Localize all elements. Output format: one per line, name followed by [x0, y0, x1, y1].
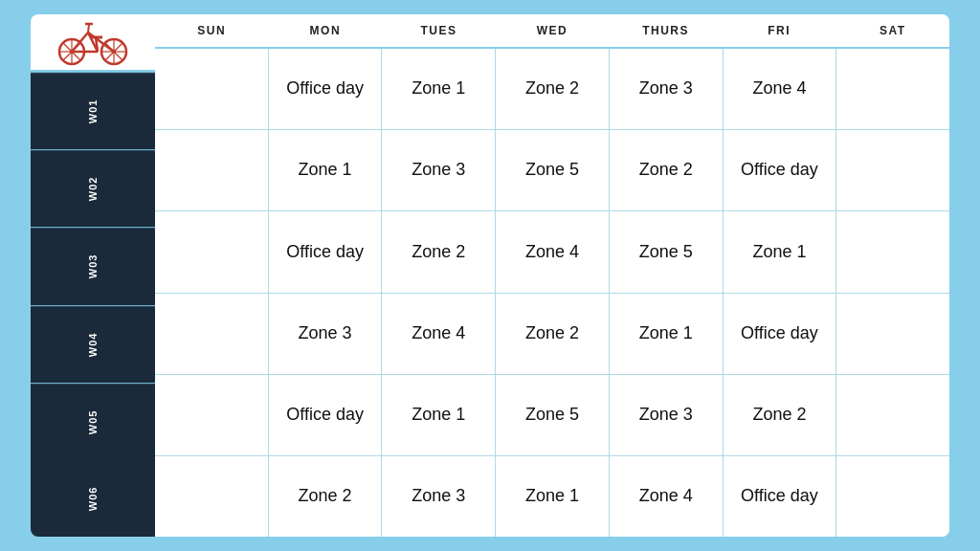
- grid-cell: Zone 2: [269, 456, 383, 537]
- week-label-w05: W05: [31, 383, 155, 460]
- grid-cell: [155, 49, 269, 129]
- svg-line-10: [72, 33, 88, 52]
- grid-cell: Zone 1: [269, 130, 383, 210]
- bike-icon: [55, 18, 131, 66]
- grid-body: Office dayZone 1Zone 2Zone 3Zone 4Zone 1…: [155, 49, 949, 537]
- header-cell-fri: FRI: [723, 14, 836, 47]
- grid-cell: Zone 3: [382, 456, 496, 537]
- header-cell-mon: MON: [269, 14, 383, 47]
- grid-cell: [155, 211, 269, 292]
- grid-cell: Zone 2: [382, 211, 496, 292]
- header-cell-tues: TUES: [382, 14, 496, 47]
- grid-cell: Zone 2: [496, 49, 610, 129]
- week-label-w04: W04: [31, 305, 155, 383]
- grid-cell: [836, 49, 949, 129]
- table-area: SUNMONTUESWEDTHURSFRISAT Office dayZone …: [155, 14, 949, 537]
- grid-cell: Zone 3: [610, 49, 724, 129]
- grid-cell: Zone 3: [610, 375, 724, 455]
- header-cell-wed: WED: [496, 14, 610, 47]
- grid-cell: Office day: [724, 294, 837, 374]
- grid-row: Zone 2Zone 3Zone 1Zone 4Office day: [155, 456, 949, 537]
- grid-cell: Zone 3: [269, 294, 383, 374]
- grid-cell: Zone 4: [610, 456, 724, 537]
- grid-cell: [155, 456, 269, 537]
- grid-cell: Zone 4: [724, 49, 837, 129]
- header-cell-thurs: THURS: [609, 14, 723, 47]
- week-label-w06: W06: [31, 460, 155, 537]
- grid-cell: Zone 4: [496, 211, 610, 292]
- grid-cell: Office day: [269, 375, 383, 455]
- week-labels: W01W02W03W04W05W06: [31, 72, 155, 537]
- grid-cell: [836, 130, 949, 210]
- grid-cell: Office day: [269, 49, 383, 129]
- svg-point-18: [70, 50, 74, 54]
- header-cell-sun: SUN: [155, 14, 269, 47]
- main-container: W01W02W03W04W05W06 SUNMONTUESWEDTHURSFRI…: [31, 14, 949, 537]
- grid-cell: Zone 5: [496, 130, 610, 210]
- week-label-w03: W03: [31, 227, 155, 304]
- grid-cell: Zone 1: [496, 456, 610, 537]
- grid-cell: [836, 294, 949, 374]
- grid-cell: Zone 4: [382, 294, 496, 374]
- grid-cell: Zone 3: [382, 130, 496, 210]
- grid-cell: Office day: [269, 211, 383, 292]
- svg-line-16: [88, 24, 89, 33]
- week-label-w01: W01: [31, 72, 155, 149]
- grid-row: Office dayZone 2Zone 4Zone 5Zone 1: [155, 211, 949, 293]
- grid-row: Office dayZone 1Zone 5Zone 3Zone 2: [155, 375, 949, 456]
- header-row: SUNMONTUESWEDTHURSFRISAT: [155, 14, 949, 49]
- grid-cell: Zone 2: [724, 375, 837, 455]
- grid-cell: [836, 211, 949, 292]
- grid-cell: Office day: [724, 456, 837, 537]
- grid-row: Zone 1Zone 3Zone 5Zone 2Office day: [155, 130, 949, 211]
- grid-row: Zone 3Zone 4Zone 2Zone 1Office day: [155, 294, 949, 375]
- grid-cell: Office day: [724, 130, 837, 210]
- svg-point-19: [112, 50, 116, 54]
- grid-cell: [155, 130, 269, 210]
- grid-cell: [155, 294, 269, 374]
- grid-cell: [155, 375, 269, 455]
- grid-cell: Zone 5: [496, 375, 610, 455]
- sidebar: W01W02W03W04W05W06: [31, 14, 155, 537]
- grid-cell: Zone 1: [382, 375, 496, 455]
- logo-area: [31, 14, 155, 72]
- grid-cell: Zone 1: [610, 294, 724, 374]
- header-cell-sat: SAT: [835, 14, 949, 47]
- grid-cell: Zone 5: [610, 211, 724, 292]
- week-label-w02: W02: [31, 149, 155, 227]
- grid-cell: Zone 2: [610, 130, 724, 210]
- grid-cell: [836, 375, 949, 455]
- grid-cell: Zone 1: [382, 49, 496, 129]
- grid-cell: Zone 1: [724, 211, 837, 292]
- grid-cell: Zone 2: [496, 294, 610, 374]
- grid-row: Office dayZone 1Zone 2Zone 3Zone 4: [155, 49, 949, 130]
- grid-cell: [836, 456, 949, 537]
